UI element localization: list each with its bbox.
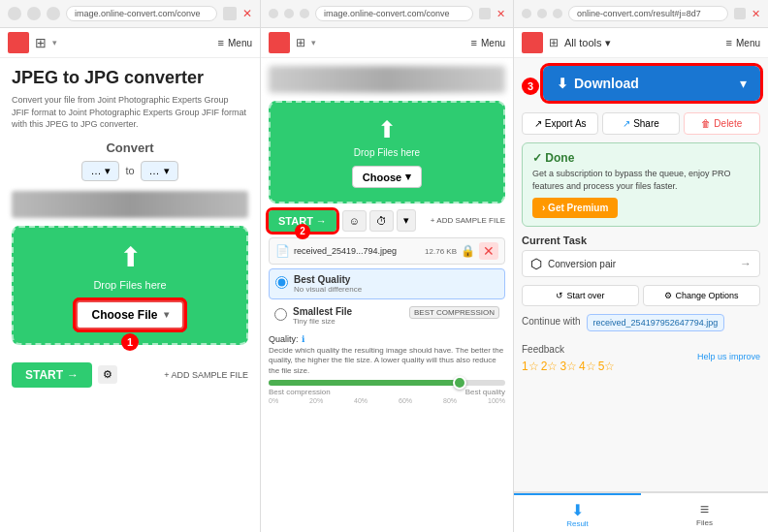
smallest-file-option[interactable]: Smallest File Tiny file size BEST COMPRE… <box>269 301 505 330</box>
best-compression-badge: BEST COMPRESSION <box>409 306 499 319</box>
right-content: 3 ⬇ Download ▾ ↗ Export As ↗ Share 🗑 Del… <box>514 58 768 389</box>
emoji-icon[interactable]: ☺ <box>342 210 367 232</box>
mid-choose-chevron: ▾ <box>405 171 411 183</box>
arrow-icon: → <box>67 368 79 382</box>
right-url-bar: online-convert.com/result#j=8d7 <box>568 6 728 21</box>
mid-expand-icon[interactable]: ▾ <box>311 38 316 47</box>
drop-zone[interactable]: ⬆ Drop Files here Choose File ▾ 1 <box>12 226 248 345</box>
mid-url-bar: image.online-convert.com/conve <box>315 6 473 21</box>
right-refresh-icon[interactable] <box>553 9 562 18</box>
right-back-icon[interactable] <box>522 9 531 18</box>
convert-label: Convert <box>12 141 248 155</box>
files-tab[interactable]: ≡ Files <box>641 493 768 532</box>
result-tab-label: Result <box>566 519 589 528</box>
add-sample-link[interactable]: + ADD SAMPLE FILE <box>164 370 248 380</box>
mid-arrow-icon: → <box>316 215 327 227</box>
close-tab-icon[interactable]: ✕ <box>242 7 252 20</box>
quality-info-icon[interactable]: ℹ <box>302 334 304 344</box>
star-1[interactable]: 1☆ <box>522 360 539 373</box>
feedback-section: Feedback 1☆ 2☆ 3☆ 4☆ 5☆ <box>522 339 615 373</box>
slider-right-label: Best quality <box>465 388 505 396</box>
mid-add-sample-link[interactable]: + ADD SAMPLE FILE <box>431 216 505 225</box>
mid-close-icon[interactable]: ✕ <box>496 8 505 20</box>
mid-back-icon[interactable] <box>269 9 278 18</box>
mid-drop-zone[interactable]: ⬆ Drop Files here Choose ▾ <box>269 101 505 203</box>
continue-with-section: Continue with received_254197952647794.j… <box>522 314 760 331</box>
right-nav-menu: ≡ Menu <box>726 37 760 48</box>
help-us-link[interactable]: Help us improve <box>697 352 760 361</box>
mid-logo <box>269 32 290 53</box>
mid-settings-chevron[interactable]: ▾ <box>397 209 416 232</box>
quality-label: Quality: ℹ <box>269 334 505 344</box>
continue-file: received_254197952647794.jpg <box>587 314 725 331</box>
get-premium-button[interactable]: › Get Premium <box>532 198 618 218</box>
conversion-pair-item[interactable]: ⬡ Conversion pair → <box>522 250 760 277</box>
delete-button[interactable]: 🗑 Delete <box>684 112 760 135</box>
conversion-pair-label: Conversion pair <box>548 259 734 269</box>
choose-button[interactable]: Choose ▾ <box>352 166 422 188</box>
right-close-icon[interactable]: ✕ <box>752 8 760 20</box>
result-tab[interactable]: ⬇ Result <box>514 493 641 532</box>
step3-badge: 3 <box>522 78 539 95</box>
smallest-file-radio[interactable] <box>274 308 287 321</box>
choose-label: Choose <box>363 172 401 183</box>
right-nav-bar: ⊞ All tools ▾ ≡ Menu <box>514 28 768 58</box>
mid-menu-icon: ≡ <box>471 37 477 48</box>
star-2[interactable]: 2☆ <box>541 360 559 373</box>
export-as-button[interactable]: ↗ Export As <box>522 112 598 135</box>
share-icon: ↗ <box>623 118 630 129</box>
best-quality-radio[interactable] <box>275 276 288 289</box>
page-description: Convert your file from Joint Photographi… <box>12 94 248 131</box>
right-menu-label[interactable]: Menu <box>736 38 760 48</box>
from-format-selector[interactable]: … ▾ <box>81 161 119 181</box>
mid-nav-bar: ⊞ ▾ ≡ Menu <box>261 28 513 58</box>
choose-file-button[interactable]: Choose File ▾ <box>76 300 183 329</box>
mid-fwd-icon[interactable] <box>284 9 294 18</box>
best-quality-option[interactable]: Best Quality No visual difference <box>269 268 505 299</box>
files-tab-label: Files <box>696 518 713 527</box>
timer-icon[interactable]: ⏱ <box>369 210 394 232</box>
star-4[interactable]: 4☆ <box>579 360 596 373</box>
refresh-icon[interactable] <box>47 7 60 20</box>
to-format-selector[interactable]: … ▾ <box>141 161 178 181</box>
drop-text: Drop Files here <box>93 279 166 291</box>
convert-selectors: … ▾ to … ▾ <box>12 161 248 181</box>
file-close-button[interactable]: ✕ <box>479 242 498 260</box>
all-tools-menu[interactable]: All tools ▾ <box>564 37 611 49</box>
done-title: ✓ Done <box>532 151 750 165</box>
middle-panel: image.online-convert.com/conve ✕ ⊞ ▾ ≡ M… <box>260 0 514 532</box>
right-grid-icon[interactable]: ⊞ <box>549 36 559 49</box>
download-button[interactable]: ⬇ Download ▾ <box>543 66 760 101</box>
mid-refresh-icon[interactable] <box>300 9 309 18</box>
expand-icon[interactable]: ▾ <box>52 38 57 47</box>
right-menu-icon: ≡ <box>726 37 732 48</box>
share-button[interactable]: ↗ Share <box>602 112 679 135</box>
quality-slider-track <box>269 380 505 386</box>
download-row: 3 ⬇ Download ▾ <box>522 66 760 107</box>
settings-icon[interactable]: ⚙ <box>98 365 117 384</box>
forward-icon[interactable] <box>27 7 41 20</box>
file-icon: 📄 <box>275 244 290 258</box>
mid-start-button[interactable]: START → 2 <box>269 210 336 232</box>
to-format-label: … <box>149 165 160 176</box>
start-over-button[interactable]: ↺ Start over <box>522 285 639 306</box>
start-button[interactable]: START → <box>12 362 92 388</box>
change-options-icon: ⚙ <box>664 291 672 300</box>
download-icon: ⬇ <box>557 76 568 91</box>
result-tab-icon: ⬇ <box>571 501 584 519</box>
star-rating: 1☆ 2☆ 3☆ 4☆ 5☆ <box>522 360 615 373</box>
menu-label[interactable]: Menu <box>228 38 252 48</box>
files-tab-icon: ≡ <box>700 501 709 518</box>
mid-menu-label[interactable]: Menu <box>481 38 505 48</box>
back-icon[interactable] <box>8 7 21 20</box>
right-fwd-icon[interactable] <box>537 9 547 18</box>
star-5[interactable]: 5☆ <box>598 360 616 373</box>
star-3[interactable]: 3☆ <box>560 360 577 373</box>
done-text: Get a subscription to bypass the queue, … <box>532 168 750 192</box>
download-label: Download <box>574 76 639 91</box>
mid-browser-bar: image.online-convert.com/conve ✕ <box>261 0 513 28</box>
mid-start-label: START <box>278 215 313 227</box>
mid-grid-icon[interactable]: ⊞ <box>296 36 305 49</box>
grid-icon[interactable]: ⊞ <box>35 35 47 50</box>
change-options-button[interactable]: ⚙ Change Options <box>643 285 760 306</box>
